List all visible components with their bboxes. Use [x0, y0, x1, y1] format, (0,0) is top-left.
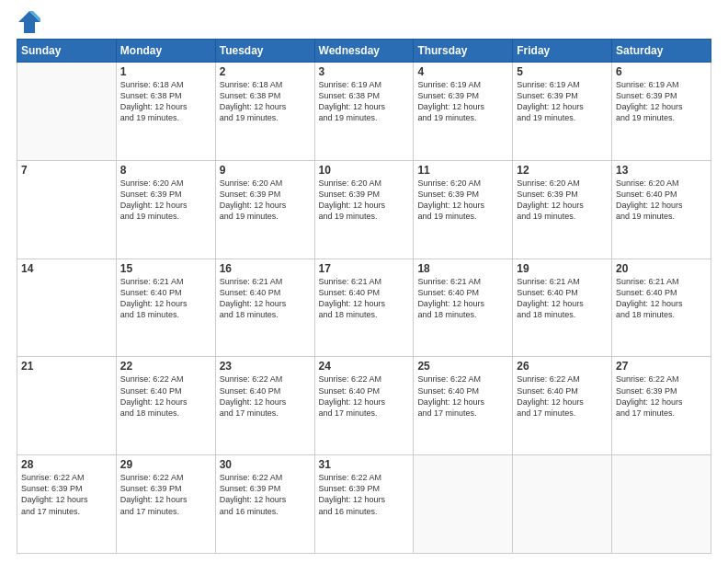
day-number: 3	[319, 65, 410, 78]
day-number: 6	[616, 65, 707, 78]
day-number: 24	[319, 360, 410, 373]
day-info: Sunrise: 6:21 AM Sunset: 6:40 PM Dayligh…	[616, 276, 707, 321]
day-info: Sunrise: 6:18 AM Sunset: 6:38 PM Dayligh…	[120, 79, 211, 124]
day-info: Sunrise: 6:20 AM Sunset: 6:39 PM Dayligh…	[120, 178, 211, 223]
logo-icon	[17, 9, 42, 35]
day-info: Sunrise: 6:21 AM Sunset: 6:40 PM Dayligh…	[319, 276, 410, 321]
calendar-day-cell: 18Sunrise: 6:21 AM Sunset: 6:40 PM Dayli…	[414, 259, 513, 357]
calendar-day-cell: 1Sunrise: 6:18 AM Sunset: 6:38 PM Daylig…	[116, 63, 215, 161]
day-number: 26	[517, 360, 608, 373]
calendar-day-cell: 27Sunrise: 6:22 AM Sunset: 6:39 PM Dayli…	[612, 357, 711, 455]
day-info: Sunrise: 6:22 AM Sunset: 6:39 PM Dayligh…	[120, 472, 211, 517]
calendar-day-cell	[17, 63, 117, 161]
day-info: Sunrise: 6:22 AM Sunset: 6:39 PM Dayligh…	[616, 373, 707, 419]
calendar-day-cell: 4Sunrise: 6:19 AM Sunset: 6:39 PM Daylig…	[414, 63, 513, 161]
day-info: Sunrise: 6:21 AM Sunset: 6:40 PM Dayligh…	[220, 276, 311, 321]
day-info: Sunrise: 6:21 AM Sunset: 6:40 PM Dayligh…	[417, 276, 508, 321]
logo	[17, 9, 46, 35]
calendar-day-cell: 25Sunrise: 6:22 AM Sunset: 6:40 PM Dayli…	[414, 357, 513, 455]
day-number: 16	[220, 262, 311, 275]
calendar-day-cell: 28Sunrise: 6:22 AM Sunset: 6:39 PM Dayli…	[17, 455, 117, 554]
weekday-header-thursday: Thursday	[414, 40, 513, 63]
calendar-day-cell: 8Sunrise: 6:20 AM Sunset: 6:39 PM Daylig…	[116, 160, 215, 259]
day-number: 9	[220, 164, 311, 177]
calendar-day-cell: 31Sunrise: 6:22 AM Sunset: 6:39 PM Dayli…	[314, 455, 414, 554]
calendar-day-cell: 5Sunrise: 6:19 AM Sunset: 6:39 PM Daylig…	[513, 63, 612, 161]
calendar-week-row: 78Sunrise: 6:20 AM Sunset: 6:39 PM Dayli…	[17, 160, 711, 259]
calendar-week-row: 2122Sunrise: 6:22 AM Sunset: 6:40 PM Day…	[17, 357, 711, 455]
day-number: 18	[417, 262, 508, 275]
weekday-header-row: SundayMondayTuesdayWednesdayThursdayFrid…	[17, 40, 711, 63]
calendar-day-cell: 6Sunrise: 6:19 AM Sunset: 6:39 PM Daylig…	[612, 63, 711, 161]
day-number: 25	[417, 360, 508, 373]
weekday-header-tuesday: Tuesday	[215, 40, 314, 63]
day-number: 20	[616, 262, 707, 275]
day-info: Sunrise: 6:19 AM Sunset: 6:38 PM Dayligh…	[319, 79, 410, 124]
calendar-day-cell: 9Sunrise: 6:20 AM Sunset: 6:39 PM Daylig…	[215, 160, 314, 259]
calendar-day-cell: 10Sunrise: 6:20 AM Sunset: 6:39 PM Dayli…	[314, 160, 414, 259]
day-info: Sunrise: 6:20 AM Sunset: 6:39 PM Dayligh…	[517, 178, 608, 223]
calendar-week-row: 1415Sunrise: 6:21 AM Sunset: 6:40 PM Day…	[17, 259, 711, 357]
day-number: 13	[616, 164, 707, 177]
weekday-header-monday: Monday	[116, 40, 215, 63]
day-info: Sunrise: 6:22 AM Sunset: 6:39 PM Dayligh…	[319, 472, 410, 517]
calendar-day-cell: 29Sunrise: 6:22 AM Sunset: 6:39 PM Dayli…	[116, 455, 215, 554]
day-info: Sunrise: 6:19 AM Sunset: 6:39 PM Dayligh…	[616, 79, 707, 124]
day-number: 15	[120, 262, 211, 275]
calendar-day-cell: 13Sunrise: 6:20 AM Sunset: 6:40 PM Dayli…	[612, 160, 711, 259]
calendar-day-cell: 14	[17, 259, 117, 357]
day-info: Sunrise: 6:22 AM Sunset: 6:40 PM Dayligh…	[319, 373, 410, 419]
day-info: Sunrise: 6:22 AM Sunset: 6:39 PM Dayligh…	[220, 472, 311, 517]
day-info: Sunrise: 6:19 AM Sunset: 6:39 PM Dayligh…	[517, 79, 608, 124]
day-info: Sunrise: 6:22 AM Sunset: 6:40 PM Dayligh…	[220, 373, 311, 419]
day-number: 27	[616, 360, 707, 373]
day-number: 21	[21, 360, 112, 373]
day-number: 2	[220, 65, 311, 78]
day-number: 19	[517, 262, 608, 275]
day-info: Sunrise: 6:20 AM Sunset: 6:39 PM Dayligh…	[220, 178, 311, 223]
calendar-day-cell: 2Sunrise: 6:18 AM Sunset: 6:38 PM Daylig…	[215, 63, 314, 161]
calendar-day-cell	[513, 455, 612, 554]
day-number: 29	[120, 458, 211, 471]
calendar-day-cell: 20Sunrise: 6:21 AM Sunset: 6:40 PM Dayli…	[612, 259, 711, 357]
day-info: Sunrise: 6:22 AM Sunset: 6:40 PM Dayligh…	[417, 373, 508, 419]
day-number: 12	[517, 164, 608, 177]
weekday-header-sunday: Sunday	[17, 40, 117, 63]
calendar-day-cell: 26Sunrise: 6:22 AM Sunset: 6:40 PM Dayli…	[513, 357, 612, 455]
calendar-week-row: 1Sunrise: 6:18 AM Sunset: 6:38 PM Daylig…	[17, 63, 711, 161]
calendar-day-cell: 30Sunrise: 6:22 AM Sunset: 6:39 PM Dayli…	[215, 455, 314, 554]
calendar-day-cell	[612, 455, 711, 554]
day-number: 31	[319, 458, 410, 471]
day-number: 22	[120, 360, 211, 373]
calendar-day-cell: 3Sunrise: 6:19 AM Sunset: 6:38 PM Daylig…	[314, 63, 414, 161]
header	[17, 9, 711, 35]
day-info: Sunrise: 6:18 AM Sunset: 6:38 PM Dayligh…	[220, 79, 311, 124]
day-number: 1	[120, 65, 211, 78]
day-info: Sunrise: 6:20 AM Sunset: 6:39 PM Dayligh…	[319, 178, 410, 223]
day-info: Sunrise: 6:20 AM Sunset: 6:39 PM Dayligh…	[417, 178, 508, 223]
day-info: Sunrise: 6:21 AM Sunset: 6:40 PM Dayligh…	[120, 276, 211, 321]
calendar-day-cell: 7	[17, 160, 117, 259]
day-number: 5	[517, 65, 608, 78]
day-info: Sunrise: 6:22 AM Sunset: 6:40 PM Dayligh…	[120, 373, 211, 419]
calendar-day-cell: 19Sunrise: 6:21 AM Sunset: 6:40 PM Dayli…	[513, 259, 612, 357]
day-number: 17	[319, 262, 410, 275]
day-info: Sunrise: 6:22 AM Sunset: 6:40 PM Dayligh…	[517, 373, 608, 419]
calendar-day-cell: 21	[17, 357, 117, 455]
day-number: 7	[21, 164, 112, 177]
day-info: Sunrise: 6:19 AM Sunset: 6:39 PM Dayligh…	[417, 79, 508, 124]
day-number: 4	[417, 65, 508, 78]
weekday-header-friday: Friday	[513, 40, 612, 63]
calendar-day-cell: 24Sunrise: 6:22 AM Sunset: 6:40 PM Dayli…	[314, 357, 414, 455]
day-number: 14	[21, 262, 112, 275]
day-number: 8	[120, 164, 211, 177]
weekday-header-saturday: Saturday	[612, 40, 711, 63]
calendar-day-cell: 15Sunrise: 6:21 AM Sunset: 6:40 PM Dayli…	[116, 259, 215, 357]
day-number: 10	[319, 164, 410, 177]
calendar: SundayMondayTuesdayWednesdayThursdayFrid…	[17, 39, 711, 554]
day-info: Sunrise: 6:21 AM Sunset: 6:40 PM Dayligh…	[517, 276, 608, 321]
calendar-day-cell: 16Sunrise: 6:21 AM Sunset: 6:40 PM Dayli…	[215, 259, 314, 357]
day-number: 28	[21, 458, 112, 471]
day-info: Sunrise: 6:22 AM Sunset: 6:39 PM Dayligh…	[21, 472, 112, 517]
calendar-day-cell: 23Sunrise: 6:22 AM Sunset: 6:40 PM Dayli…	[215, 357, 314, 455]
